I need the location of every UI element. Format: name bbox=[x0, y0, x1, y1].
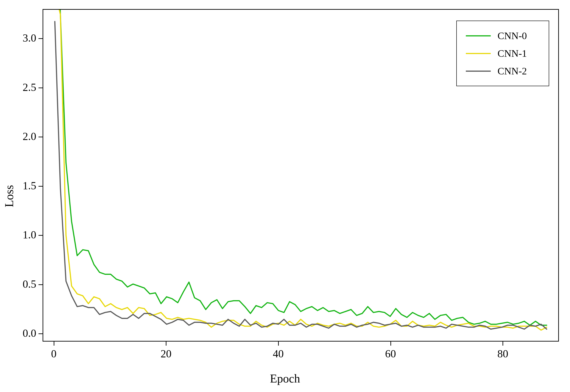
y-tick-label: 1.5 bbox=[23, 179, 36, 192]
x-tick-mark bbox=[278, 342, 279, 346]
x-axis-label: Epoch bbox=[0, 372, 570, 385]
legend-entry: CNN-0 bbox=[466, 27, 540, 44]
x-tick-mark bbox=[390, 342, 391, 346]
legend-swatch bbox=[466, 53, 491, 54]
y-tick-mark bbox=[39, 38, 43, 39]
y-tick-mark bbox=[39, 186, 43, 187]
x-tick-mark bbox=[54, 342, 54, 346]
x-tick-mark bbox=[503, 342, 503, 346]
y-axis-label: Loss bbox=[2, 0, 16, 392]
y-tick-label: 2.0 bbox=[23, 130, 36, 142]
plot-area: CNN-0CNN-1CNN-2 bbox=[43, 9, 559, 342]
y-tick-label: 1.0 bbox=[23, 228, 36, 241]
x-tick-label: 20 bbox=[157, 348, 175, 360]
x-tick-label: 40 bbox=[269, 348, 287, 360]
y-tick-label: 0.5 bbox=[23, 278, 36, 290]
y-tick-mark bbox=[39, 333, 43, 334]
legend-label: CNN-1 bbox=[497, 48, 527, 59]
y-tick-mark bbox=[39, 87, 43, 88]
y-tick-label: 3.0 bbox=[23, 32, 36, 44]
legend-entry: CNN-1 bbox=[466, 44, 540, 62]
legend-swatch bbox=[466, 35, 491, 36]
x-tick-label: 60 bbox=[382, 348, 400, 360]
y-axis-label-text: Loss bbox=[2, 185, 16, 207]
x-tick-label: 0 bbox=[45, 348, 63, 360]
x-axis-label-text: Epoch bbox=[270, 372, 300, 385]
y-tick-mark bbox=[39, 137, 43, 137]
legend-label: CNN-0 bbox=[497, 30, 527, 42]
chart-page: Loss Epoch CNN-0CNN-1CNN-2 0204060800.00… bbox=[0, 0, 570, 392]
y-tick-label: 0.0 bbox=[23, 327, 36, 339]
x-tick-mark bbox=[166, 342, 166, 346]
legend-label: CNN-2 bbox=[497, 65, 527, 77]
legend-entry: CNN-2 bbox=[466, 62, 540, 80]
x-tick-label: 80 bbox=[494, 348, 512, 360]
legend-box: CNN-0CNN-1CNN-2 bbox=[456, 21, 549, 86]
y-tick-mark bbox=[39, 235, 43, 236]
legend-swatch bbox=[466, 70, 491, 72]
y-tick-mark bbox=[39, 284, 43, 285]
y-tick-label: 2.5 bbox=[23, 81, 36, 93]
